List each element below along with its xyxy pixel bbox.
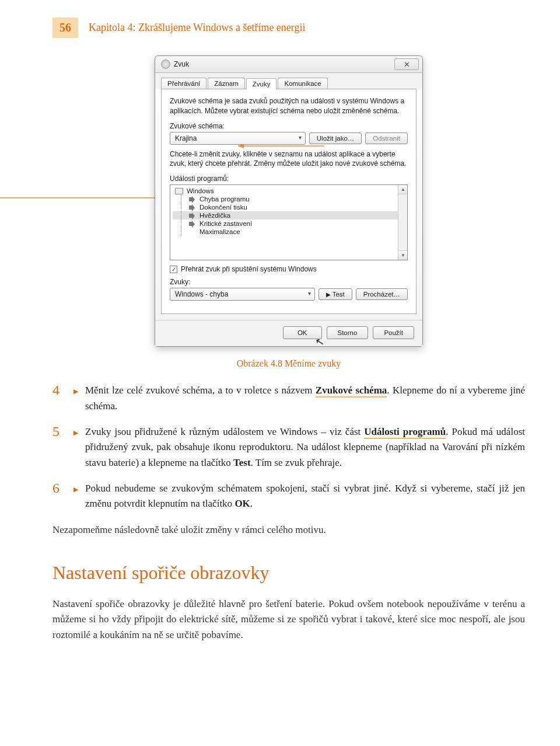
step-number-5: 5 xyxy=(52,424,68,470)
scrollbar[interactable]: ▲ ▼ xyxy=(398,185,407,260)
step-5-text: Zvuky jsou přidružené k různým událostem… xyxy=(85,424,525,470)
speaker-icon xyxy=(189,221,196,227)
triangle-icon: ▶ xyxy=(74,486,78,512)
sounds-value: Windows - chyba xyxy=(175,290,228,298)
triangle-icon: ▶ xyxy=(74,429,78,470)
tab-komunikace[interactable]: Komunikace xyxy=(278,78,327,89)
speaker-icon xyxy=(189,204,196,211)
caption-label: Obrázek 4.8 xyxy=(237,358,282,368)
step-number-4: 4 xyxy=(52,383,68,414)
event-label: Kritické zastavení xyxy=(200,220,252,227)
browse-button[interactable]: Procházet… xyxy=(356,288,408,300)
scheme-value: Krajina xyxy=(175,134,197,142)
test-button[interactable]: ▶ Test xyxy=(318,288,352,300)
list-item[interactable]: Windows xyxy=(173,187,405,195)
apply-button[interactable]: Použít xyxy=(373,326,414,339)
triangle-icon: ▶ xyxy=(74,388,78,414)
sounds-combo[interactable]: Windows - chyba xyxy=(170,288,315,301)
page-number: 56 xyxy=(52,18,78,38)
dialog-title: Zvuk xyxy=(174,60,189,68)
bold-ok: OK xyxy=(235,498,250,509)
scheme-description: Zvukové schéma je sada zvuků použitých n… xyxy=(170,96,408,116)
scheme-combo[interactable]: Krajina xyxy=(170,132,306,145)
delete-button[interactable]: Odstranit xyxy=(365,133,408,144)
tab-zaznam[interactable]: Záznam xyxy=(208,78,245,89)
events-label: Události programů: xyxy=(170,175,408,183)
startup-sound-checkbox[interactable]: ✓ xyxy=(170,266,177,273)
close-icon: ✕ xyxy=(404,60,410,69)
scroll-down-icon[interactable]: ▼ xyxy=(398,250,408,260)
scheme-label: Zvukové schéma: xyxy=(170,122,408,130)
event-label: Maximalizace xyxy=(200,228,240,235)
event-label: Chyba programu xyxy=(200,196,250,203)
figure-caption: Obrázek 4.8 Měníme zvuky xyxy=(52,358,525,369)
startup-sound-label: Přehrát zvuk při spuštění systému Window… xyxy=(181,265,317,273)
chapter-name: Zkrášlujeme Windows a šetříme energii xyxy=(138,22,306,33)
event-label: Hvězdička xyxy=(200,212,230,219)
tab-panel: Zvukové schéma je sada zvuků použitých n… xyxy=(161,89,416,314)
step-4-text: Měnit lze celé zvukové schéma, a to v ro… xyxy=(85,383,525,414)
speaker-app-icon xyxy=(161,60,170,69)
tab-strip: Přehrávání Záznam Zvuky Komunikace xyxy=(155,73,422,89)
bold-test: Test xyxy=(233,457,251,468)
events-description: Chcete-li změnit zvuky, klikněte v sezna… xyxy=(170,149,408,169)
tab-zvuky[interactable]: Zvuky xyxy=(246,78,277,89)
caption-text: Měníme zvuky xyxy=(285,358,341,368)
close-button[interactable]: ✕ xyxy=(394,58,419,70)
page-header: 56 Kapitola 4: Zkrášlujeme Windows a šet… xyxy=(52,18,525,38)
step-number-6: 6 xyxy=(52,481,68,512)
test-label: Test xyxy=(332,291,345,298)
cursor-icon: ↖ xyxy=(314,335,326,350)
sound-dialog: Zvuk ✕ Přehrávání Záznam Zvuky Komunikac… xyxy=(155,55,423,347)
event-label: Dokončení tisku xyxy=(200,204,247,211)
list-item[interactable]: Maximalizace xyxy=(173,228,405,236)
step-6-text: Pokud nebudeme se zvukovým schématem spo… xyxy=(85,481,525,512)
list-item[interactable]: Dokončení tisku xyxy=(173,203,405,211)
event-label: Windows xyxy=(187,187,214,194)
sounds-label: Zvuky: xyxy=(170,278,408,286)
scroll-up-icon[interactable]: ▲ xyxy=(398,185,408,194)
underline-udalosti-programu: Události programů xyxy=(364,426,446,439)
section-heading: Nastavení spořiče obrazovky xyxy=(52,562,525,584)
speaker-icon xyxy=(189,196,196,203)
play-icon: ▶ xyxy=(326,291,332,298)
dialog-titlebar: Zvuk ✕ xyxy=(155,56,422,73)
events-listbox[interactable]: Windows Chyba programu Dokončení tisku xyxy=(170,184,408,260)
chapter-title: Kapitola 4: Zkrášlujeme Windows a šetřím… xyxy=(89,22,306,34)
section-paragraph: Nastavení spořiče obrazovky je důležité … xyxy=(52,597,525,643)
cancel-button[interactable]: Storno xyxy=(327,326,369,339)
windows-icon xyxy=(175,188,183,194)
list-item[interactable]: Hvězdička xyxy=(173,211,405,219)
speaker-icon xyxy=(189,212,196,219)
underline-zvukove-schema: Zvukové schéma xyxy=(316,385,387,398)
list-item[interactable]: Kritické zastavení xyxy=(173,219,405,228)
closing-paragraph: Nezapomeňme následovně také uložit změny… xyxy=(52,522,525,538)
tab-prehravani[interactable]: Přehrávání xyxy=(161,78,206,89)
list-item[interactable]: Chyba programu xyxy=(173,195,405,203)
dialog-buttons: OK Storno Použít ↖ xyxy=(155,320,422,346)
chapter-label: Kapitola 4: xyxy=(89,22,135,33)
save-as-button[interactable]: Uložit jako… xyxy=(309,133,362,144)
